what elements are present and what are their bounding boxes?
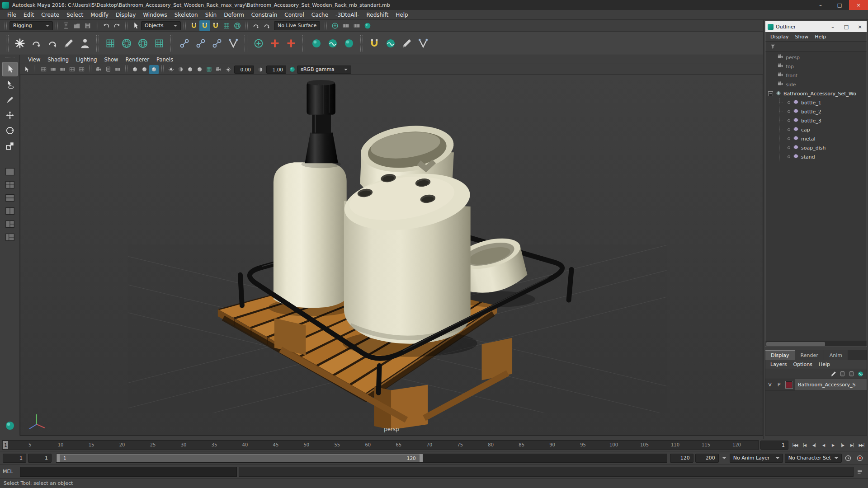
new-scene-icon[interactable] [61,20,71,31]
image-plane-icon[interactable] [113,65,123,74]
menu-edit[interactable]: Edit [20,12,38,18]
layer-row[interactable]: V P Bathroom_Accessory_S [765,379,867,391]
outliner-close-button[interactable]: × [853,21,867,32]
menu-deform[interactable]: Deform [220,12,248,18]
live-surface-field[interactable]: No Live Surface [274,21,320,30]
snap-to-curves-icon[interactable] [199,20,210,31]
select-tool[interactable] [2,62,18,76]
camera-attributes-icon[interactable] [94,65,104,74]
wave-deformer[interactable] [325,35,341,52]
wire-tool[interactable] [415,35,431,52]
outliner-hscroll-thumb[interactable] [766,342,825,346]
snap-to-grids-icon[interactable] [189,20,199,31]
menu-constrain[interactable]: Constrain [248,12,281,18]
command-result-field[interactable] [239,467,854,477]
curve-edit-tool[interactable] [12,35,28,52]
detach-skin[interactable] [267,35,283,52]
status-line-grip[interactable] [96,22,98,29]
make-live-icon[interactable] [232,20,243,31]
save-scene-icon[interactable] [82,20,93,31]
ik-spline-handle-tool[interactable] [209,35,225,52]
outliner-item-bottle-3[interactable]: bottle_3 [779,116,867,125]
isolate-select-icon[interactable] [22,65,31,74]
orient-joint[interactable] [225,35,241,52]
menu-select[interactable]: Select [63,12,87,18]
status-line-grip[interactable] [184,22,186,29]
ipr-render-icon[interactable] [351,20,362,31]
blend-shape[interactable] [151,35,167,52]
step-back-frame-button[interactable]: ◀| [809,441,819,450]
color-transform-dropdown[interactable]: sRGB gamma [297,66,351,74]
panel-toolbar-grip[interactable] [125,66,127,73]
panel-menu-panels[interactable]: Panels [153,56,177,63]
shrink-wrap-deformer[interactable] [341,35,357,52]
screen-space-ao-icon[interactable] [185,65,195,74]
layout-three-split[interactable] [3,218,17,230]
outliner-menu-show[interactable]: Show [792,34,812,40]
menu-control[interactable]: Control [281,12,307,18]
maximize-button[interactable]: □ [830,0,849,10]
safe-action-icon[interactable] [67,65,77,74]
joint-tool[interactable] [176,35,193,52]
shaded-mode-icon[interactable] [140,65,149,74]
step-forward-frame-button[interactable]: |▶ [838,441,847,450]
ik-handle-tool[interactable] [193,35,209,52]
viewport-persp[interactable]: persp [20,75,763,436]
layer-color-swatch[interactable] [786,381,793,388]
shelf-grip[interactable] [6,35,9,52]
pencil-curve-tool[interactable] [61,35,77,52]
animation-start-field[interactable]: 1 [3,454,26,463]
menu-set-dropdown[interactable]: Rigging [9,21,53,30]
cv-curve-tool[interactable] [44,35,61,52]
panel-menu-view[interactable]: View [24,56,44,63]
mirror-skin-weights[interactable] [283,35,299,52]
auto-keyframe-icon[interactable] [854,453,865,463]
shelf-grip[interactable] [360,35,363,52]
close-button[interactable]: × [849,0,868,10]
menu-redshift[interactable]: Redshift [363,12,392,18]
menu-skin[interactable]: Skin [202,12,221,18]
anim-layer-dropdown[interactable]: No Anim Layer [730,454,783,463]
current-frame-field[interactable]: 1 [760,441,788,450]
step-forward-key-button[interactable]: ▶| [847,441,857,450]
menu-help[interactable]: Help [392,12,411,18]
menu-cache[interactable]: Cache [308,12,332,18]
go-to-start-button[interactable]: |◀◀ [790,441,800,450]
scale-tool[interactable] [2,139,18,153]
layer-playback-toggle[interactable]: P [774,382,783,388]
cluster-deformer[interactable] [135,35,151,52]
layer-menu-layers[interactable]: Layers [767,361,790,367]
status-line-grip[interactable] [245,22,248,29]
depth-of-field-icon[interactable] [214,65,223,74]
menu-skeleton[interactable]: Skeleton [171,12,202,18]
panel-menu-renderer[interactable]: Renderer [122,56,153,63]
shelf-grip[interactable] [302,35,305,52]
layer-menu-help[interactable]: Help [816,361,833,367]
selection-mask-dropdown[interactable]: Objects [141,21,181,30]
range-slider-track[interactable]: 1 120 [56,454,667,463]
current-frame-marker[interactable]: 1 [3,441,8,449]
soft-modification-tool[interactable] [382,35,399,52]
lasso-tool[interactable] [2,77,18,92]
use-all-lights-icon[interactable] [166,65,176,74]
render-current-frame-icon[interactable] [340,20,351,31]
panel-toolbar-grip[interactable] [89,66,91,73]
open-scene-icon[interactable] [71,20,82,31]
bind-skin[interactable] [250,35,267,52]
paint-skin-weights-tool[interactable] [399,35,415,52]
range-start-handle[interactable] [57,454,60,462]
layer-edit-icon[interactable] [829,370,838,379]
menu-modify[interactable]: Modify [87,12,112,18]
textured-mode-icon[interactable] [149,65,159,74]
outliner-menu-display[interactable]: Display [767,34,792,40]
mel-command-input[interactable] [20,467,237,477]
shelf-grip[interactable] [170,35,173,52]
layer-visible-toggle[interactable]: V [765,382,774,388]
minimize-button[interactable]: – [811,0,830,10]
outliner-item-soap-dish[interactable]: soap_dish [779,143,867,152]
select-by-hierarchy-icon[interactable] [130,20,141,31]
outliner-item-front[interactable]: front [765,71,867,80]
status-line-grip[interactable] [325,22,327,29]
bottle-1-mesh[interactable] [274,160,347,308]
script-editor-icon[interactable] [854,467,865,477]
